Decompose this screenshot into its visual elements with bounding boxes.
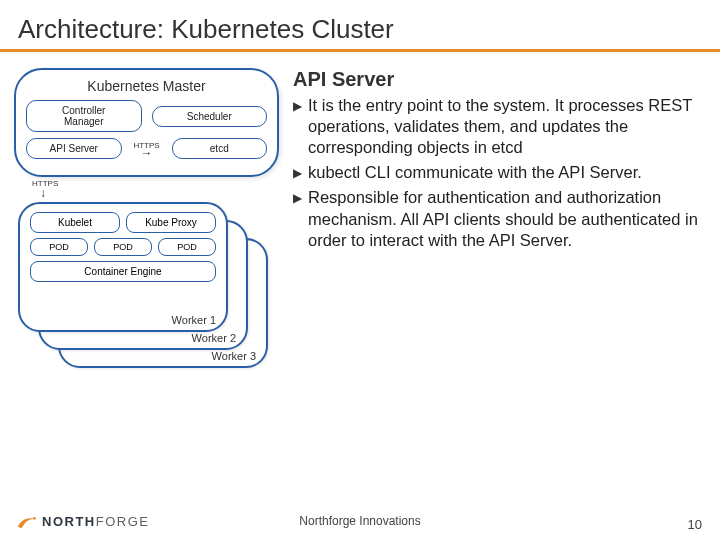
etcd-box: etcd bbox=[172, 138, 268, 159]
logo-swoosh-icon bbox=[16, 510, 38, 532]
title-underline bbox=[0, 49, 720, 52]
worker-stack: Worker 3 Worker 2 Kubelet Kube Proxy POD… bbox=[14, 200, 279, 375]
svg-point-0 bbox=[33, 517, 36, 520]
https-arrow-down-icon: HTTPS bbox=[32, 179, 279, 198]
bullet-icon: ▶ bbox=[293, 95, 302, 158]
worker-3-label: Worker 3 bbox=[212, 350, 256, 362]
bullet-item: ▶ kubectl CLI communicate with the API S… bbox=[293, 162, 706, 183]
controller-manager-box: Controller Manager bbox=[26, 100, 142, 132]
detail-heading: API Server bbox=[293, 68, 706, 91]
slide-title: Architecture: Kubernetes Cluster bbox=[0, 0, 720, 49]
master-box: Kubernetes Master Controller Manager Sch… bbox=[14, 68, 279, 177]
logo-text: NORTHFORGE bbox=[42, 514, 149, 529]
footer: NORTHFORGE Northforge Innovations bbox=[0, 510, 720, 532]
diagram-column: Kubernetes Master Controller Manager Sch… bbox=[14, 68, 279, 375]
https-arrow-right-icon: HTTPS bbox=[132, 141, 162, 156]
bullet-text: Responsible for authentication and autho… bbox=[308, 187, 706, 250]
worker-1-box: Kubelet Kube Proxy POD POD POD Container… bbox=[18, 202, 228, 332]
kubelet-box: Kubelet bbox=[30, 212, 120, 233]
master-title: Kubernetes Master bbox=[26, 78, 267, 94]
worker-2-label: Worker 2 bbox=[192, 332, 236, 344]
page-number: 10 bbox=[688, 517, 702, 532]
logo: NORTHFORGE bbox=[16, 510, 149, 532]
api-server-box: API Server bbox=[26, 138, 122, 159]
kube-proxy-box: Kube Proxy bbox=[126, 212, 216, 233]
pod-box: POD bbox=[30, 238, 88, 256]
pod-box: POD bbox=[94, 238, 152, 256]
scheduler-box: Scheduler bbox=[152, 106, 268, 127]
bullet-icon: ▶ bbox=[293, 187, 302, 250]
footer-center-text: Northforge Innovations bbox=[299, 514, 420, 528]
content-area: Kubernetes Master Controller Manager Sch… bbox=[0, 62, 720, 375]
detail-column: API Server ▶ It is the entry point to th… bbox=[279, 68, 706, 375]
worker-1-label: Worker 1 bbox=[172, 314, 216, 326]
pod-box: POD bbox=[158, 238, 216, 256]
bullet-icon: ▶ bbox=[293, 162, 302, 183]
bullet-item: ▶ It is the entry point to the system. I… bbox=[293, 95, 706, 158]
bullet-text: It is the entry point to the system. It … bbox=[308, 95, 706, 158]
container-engine-box: Container Engine bbox=[30, 261, 216, 282]
bullet-text: kubectl CLI communicate with the API Ser… bbox=[308, 162, 642, 183]
bullet-item: ▶ Responsible for authentication and aut… bbox=[293, 187, 706, 250]
